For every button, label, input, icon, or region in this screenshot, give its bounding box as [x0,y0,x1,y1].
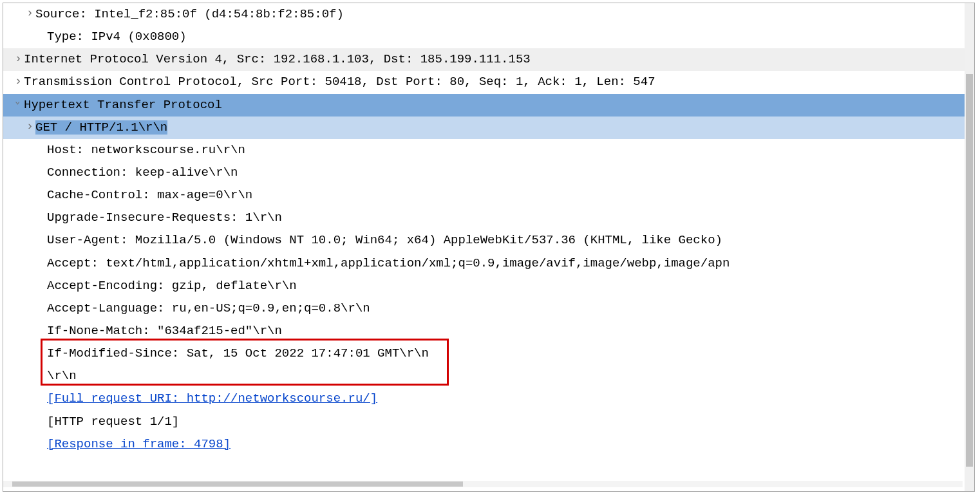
tcp-summary: Transmission Control Protocol, Src Port:… [24,75,655,89]
http-connection-row[interactable]: Connection: keep-alive\r\n [3,162,974,184]
http-upgrade-insecure: Upgrade-Insecure-Requests: 1\r\n [47,210,282,225]
http-cache-control: Cache-Control: max-age=0\r\n [47,188,252,202]
http-blank-line: \r\n [47,369,77,383]
http-cache-control-row[interactable]: Cache-Control: max-age=0\r\n [3,184,974,207]
http-user-agent-row[interactable]: User-Agent: Mozilla/5.0 (Windows NT 10.0… [3,229,974,252]
ethernet-source: Source: Intel_f2:85:0f (d4:54:8b:f2:85:0… [35,7,344,21]
horizontal-scrollbar[interactable] [3,481,963,487]
http-accept-language: Accept-Language: ru,en-US;q=0.9,en;q=0.8… [47,301,370,315]
tcp-row[interactable]: Transmission Control Protocol, Src Port:… [3,71,974,93]
http-blank-line-row[interactable]: \r\n [3,365,974,387]
http-title: Hypertext Transfer Protocol [24,98,222,112]
http-request-line-row[interactable]: GET / HTTP/1.1\r\n [3,117,974,139]
http-if-modified-since: If-Modified-Since: Sat, 15 Oct 2022 17:4… [47,346,429,360]
packet-details-pane[interactable]: Source: Intel_f2:85:0f (d4:54:8b:f2:85:0… [3,3,975,492]
http-response-frame-row[interactable]: [Response in frame: 4798] [3,433,974,456]
expand-caret-icon[interactable] [15,48,24,70]
http-if-none-match: If-None-Match: "634af215-ed"\r\n [47,324,282,338]
horizontal-scrollbar-thumb[interactable] [12,481,463,487]
ethernet-type: Type: IPv4 (0x0800) [47,30,187,44]
http-request-num-row[interactable]: [HTTP request 1/1] [3,411,974,433]
collapse-caret-icon[interactable] [15,96,24,113]
http-title-row[interactable]: Hypertext Transfer Protocol [3,94,974,117]
ethernet-source-row[interactable]: Source: Intel_f2:85:0f (d4:54:8b:f2:85:0… [3,3,974,26]
http-request-line: GET / HTTP/1.1\r\n [35,120,167,135]
http-upgrade-insecure-row[interactable]: Upgrade-Insecure-Requests: 1\r\n [3,207,974,229]
http-user-agent: User-Agent: Mozilla/5.0 (Windows NT 10.0… [47,233,730,247]
ip-summary: Internet Protocol Version 4, Src: 192.16… [24,52,531,66]
ethernet-type-row[interactable]: Type: IPv4 (0x0800) [3,26,974,48]
http-full-uri-link[interactable]: [Full request URI: http://networkscourse… [47,391,377,406]
http-response-frame-link[interactable]: [Response in frame: 4798] [47,437,231,451]
http-accept-encoding: Accept-Encoding: gzip, deflate\r\n [47,279,297,293]
expand-caret-icon[interactable] [26,3,35,24]
expand-caret-icon[interactable] [15,71,24,92]
http-host: Host: networkscourse.ru\r\n [47,143,245,157]
http-if-modified-since-row[interactable]: If-Modified-Since: Sat, 15 Oct 2022 17:4… [3,342,974,365]
http-host-row[interactable]: Host: networkscourse.ru\r\n [3,139,974,162]
vertical-scrollbar-thumb[interactable] [966,74,973,467]
http-accept-encoding-row[interactable]: Accept-Encoding: gzip, deflate\r\n [3,275,974,297]
http-accept-row[interactable]: Accept: text/html,application/xhtml+xml,… [3,252,974,275]
vertical-scrollbar[interactable] [965,3,974,491]
http-accept-language-row[interactable]: Accept-Language: ru,en-US;q=0.9,en;q=0.8… [3,297,974,320]
http-connection: Connection: keep-alive\r\n [47,165,238,180]
http-if-none-match-row[interactable]: If-None-Match: "634af215-ed"\r\n [3,320,974,342]
http-request-num: [HTTP request 1/1] [47,415,179,429]
ip-row[interactable]: Internet Protocol Version 4, Src: 192.16… [3,48,974,71]
http-accept: Accept: text/html,application/xhtml+xml,… [47,256,730,270]
expand-caret-icon[interactable] [26,116,35,137]
http-full-uri-row[interactable]: [Full request URI: http://networkscourse… [3,387,974,410]
